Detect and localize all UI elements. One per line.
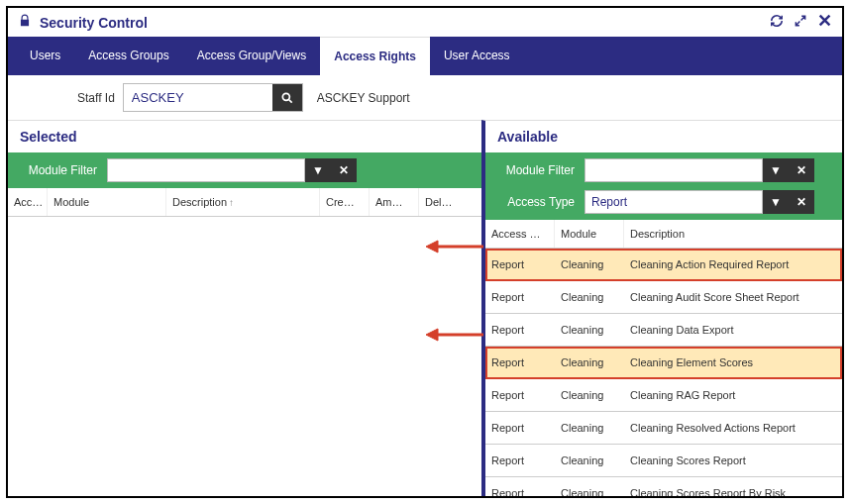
table-cell: Cleaning Action Required Report [624,249,842,280]
selected-filter-clear-button[interactable]: ✕ [331,158,357,182]
available-col-header[interactable]: Access … [485,220,555,248]
access-type-dropdown-button[interactable]: ▼ [763,190,789,214]
table-cell: Cleaning Resolved Actions Report [624,412,842,444]
available-table-body: ReportCleaningCleaning Action Required R… [485,249,842,498]
table-row[interactable]: ReportCleaningCleaning Element Scores [485,347,842,379]
access-type-input[interactable]: Report [584,190,763,214]
table-cell: Cleaning RAG Report [624,379,842,411]
table-cell: Report [485,379,555,411]
access-type-label: Access Type [495,195,575,209]
available-filter-clear-button[interactable]: ✕ [789,158,814,182]
available-filterbar: Module Filter ▼ ✕ [485,152,842,188]
selected-module-filter-label: Module Filter [18,163,97,177]
staff-display-name: ASCKEY Support [317,91,410,105]
table-cell: Report [485,477,555,498]
close-icon[interactable]: ✕ [817,14,832,31]
selected-filter-dropdown-button[interactable]: ▼ [305,158,331,182]
table-cell: Cleaning Audit Score Sheet Report [624,281,842,313]
titlebar: Security Control ✕ [8,8,842,37]
selected-table-header: Acc…ModuleDescription↑Cre…Am…Del… [8,188,481,217]
table-cell: Cleaning [555,347,624,378]
svg-point-0 [282,93,289,100]
table-cell: Report [485,347,555,378]
table-cell: Report [485,281,555,313]
table-cell: Report [485,249,555,280]
table-cell: Cleaning [555,249,624,280]
lock-icon [18,14,32,31]
selected-table-body [8,217,481,498]
tab-access-rights[interactable]: Access Rights [320,37,430,75]
available-filter-dropdown-button[interactable]: ▼ [763,158,789,182]
window-title: Security Control [40,15,148,31]
tab-access-group-views[interactable]: Access Group/Views [183,37,321,75]
selected-col-header[interactable]: Am… [370,188,419,216]
selected-filterbar: Module Filter ▼ ✕ [8,152,481,188]
table-row[interactable]: ReportCleaningCleaning RAG Report [485,379,842,412]
staff-row: Staff Id ASCKEY Support [8,75,842,120]
table-cell: Report [485,445,555,476]
selected-title: Selected [8,121,481,152]
table-cell: Cleaning [555,379,624,411]
table-row[interactable]: ReportCleaningCleaning Scores Report [485,445,842,477]
access-type-bar: Access Type Report ▼ ✕ [485,188,842,220]
available-module-filter-label: Module Filter [495,163,575,177]
available-panel: Available Module Filter ▼ ✕ Access Type … [481,120,842,498]
table-cell: Report [485,314,555,346]
tab-access-groups[interactable]: Access Groups [74,37,182,75]
table-cell: Cleaning [555,281,624,313]
table-cell: Cleaning Scores Report [624,445,842,476]
selected-panel: Selected Module Filter ▼ ✕ Acc…ModuleDes… [8,120,481,498]
selected-col-header[interactable]: Module [48,188,166,216]
table-cell: Cleaning Scores Report By Risk [624,477,842,498]
table-cell: Cleaning [555,477,624,498]
staff-id-label: Staff Id [77,91,115,105]
tabbar: UsersAccess GroupsAccess Group/ViewsAcce… [8,37,842,75]
available-table-header: Access …ModuleDescription [485,220,842,249]
table-cell: Report [485,412,555,444]
table-cell: Cleaning Data Export [624,314,842,346]
selected-module-filter-input[interactable] [107,158,305,182]
staff-id-input[interactable] [124,84,272,111]
table-cell: Cleaning [555,314,624,346]
staff-id-input-group [123,83,303,112]
table-row[interactable]: ReportCleaningCleaning Action Required R… [485,249,842,281]
sort-asc-icon: ↑ [229,197,234,208]
refresh-icon[interactable] [770,14,784,31]
table-cell: Cleaning [555,445,624,476]
selected-col-header[interactable]: Acc… [8,188,48,216]
table-row[interactable]: ReportCleaningCleaning Audit Score Sheet… [485,281,842,314]
access-type-clear-button[interactable]: ✕ [789,190,814,214]
selected-col-header[interactable]: Cre… [320,188,370,216]
tab-users[interactable]: Users [16,37,74,75]
security-control-window: Security Control ✕ UsersAccess GroupsAcc… [6,6,844,498]
selected-col-header[interactable]: Del… [419,188,469,216]
table-cell: Cleaning [555,412,624,444]
table-cell: Cleaning Element Scores [624,347,842,378]
table-row[interactable]: ReportCleaningCleaning Data Export [485,314,842,347]
panels: Selected Module Filter ▼ ✕ Acc…ModuleDes… [8,120,842,498]
table-row[interactable]: ReportCleaningCleaning Resolved Actions … [485,412,842,445]
tab-user-access[interactable]: User Access [430,37,524,75]
table-row[interactable]: ReportCleaningCleaning Scores Report By … [485,477,842,498]
available-module-filter-input[interactable] [584,158,763,182]
available-col-header[interactable]: Description [624,220,842,248]
staff-search-button[interactable] [272,84,302,111]
selected-col-header[interactable]: Description↑ [166,188,320,216]
available-title: Available [485,121,842,152]
expand-icon[interactable] [794,14,807,31]
available-col-header[interactable]: Module [555,220,624,248]
